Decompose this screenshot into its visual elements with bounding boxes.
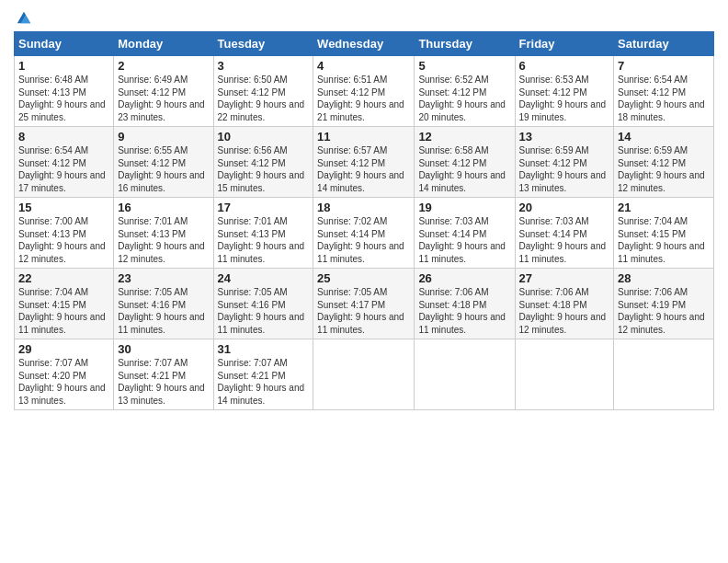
- calendar-cell: 14 Sunrise: 6:59 AMSunset: 4:12 PMDaylig…: [614, 127, 714, 198]
- day-number: 9: [118, 130, 209, 144]
- calendar-cell: [313, 339, 415, 410]
- day-content: Sunrise: 7:07 AMSunset: 4:20 PMDaylight:…: [18, 358, 106, 406]
- header-cell-thursday: Thursday: [415, 32, 515, 56]
- calendar-cell: 12 Sunrise: 6:58 AMSunset: 4:12 PMDaylig…: [415, 127, 515, 198]
- header-cell-sunday: Sunday: [15, 32, 114, 56]
- calendar-cell: 21 Sunrise: 7:04 AMSunset: 4:15 PMDaylig…: [614, 198, 714, 269]
- day-content: Sunrise: 6:59 AMSunset: 4:12 PMDaylight:…: [618, 145, 705, 193]
- day-number: 26: [418, 271, 510, 285]
- calendar-cell: 3 Sunrise: 6:50 AMSunset: 4:12 PMDayligh…: [213, 56, 313, 127]
- day-number: 11: [317, 130, 410, 144]
- calendar-body: 1 Sunrise: 6:48 AMSunset: 4:13 PMDayligh…: [15, 56, 714, 410]
- day-number: 6: [519, 59, 610, 73]
- day-number: 12: [418, 130, 510, 144]
- day-number: 29: [18, 342, 109, 356]
- week-row-3: 22 Sunrise: 7:04 AMSunset: 4:15 PMDaylig…: [15, 269, 714, 339]
- header-cell-saturday: Saturday: [614, 32, 714, 56]
- day-content: Sunrise: 6:53 AMSunset: 4:12 PMDaylight:…: [519, 75, 607, 122]
- calendar-cell: 11 Sunrise: 6:57 AMSunset: 4:12 PMDaylig…: [313, 127, 415, 198]
- day-content: Sunrise: 7:04 AMSunset: 4:15 PMDaylight:…: [618, 216, 705, 264]
- calendar-cell: [614, 339, 714, 410]
- day-number: 16: [118, 201, 209, 214]
- calendar-cell: 16 Sunrise: 7:01 AMSunset: 4:13 PMDaylig…: [114, 198, 213, 269]
- header-cell-tuesday: Tuesday: [213, 32, 313, 56]
- day-content: Sunrise: 7:07 AMSunset: 4:21 PMDaylight:…: [218, 358, 305, 406]
- calendar-cell: 24 Sunrise: 7:05 AMSunset: 4:16 PMDaylig…: [213, 269, 313, 339]
- header-row-days: SundayMondayTuesdayWednesdayThursdayFrid…: [15, 32, 714, 56]
- day-content: Sunrise: 7:06 AMSunset: 4:19 PMDaylight:…: [618, 287, 705, 335]
- day-content: Sunrise: 6:55 AMSunset: 4:12 PMDaylight:…: [118, 145, 205, 193]
- day-number: 10: [218, 130, 310, 144]
- day-content: Sunrise: 7:03 AMSunset: 4:14 PMDaylight:…: [418, 216, 506, 264]
- calendar-cell: 30 Sunrise: 7:07 AMSunset: 4:21 PMDaylig…: [114, 339, 213, 410]
- day-number: 28: [618, 271, 710, 285]
- day-number: 27: [519, 271, 610, 285]
- calendar-cell: 18 Sunrise: 7:02 AMSunset: 4:14 PMDaylig…: [313, 198, 415, 269]
- calendar-cell: 13 Sunrise: 6:59 AMSunset: 4:12 PMDaylig…: [515, 127, 614, 198]
- calendar-table: SundayMondayTuesdayWednesdayThursdayFrid…: [14, 31, 714, 410]
- day-number: 30: [118, 342, 209, 356]
- day-content: Sunrise: 6:56 AMSunset: 4:12 PMDaylight:…: [218, 145, 305, 193]
- day-number: 13: [519, 130, 610, 144]
- calendar-cell: [415, 339, 515, 410]
- week-row-4: 29 Sunrise: 7:07 AMSunset: 4:20 PMDaylig…: [15, 339, 714, 410]
- day-content: Sunrise: 6:54 AMSunset: 4:12 PMDaylight:…: [18, 145, 106, 193]
- logo: [14, 9, 32, 26]
- calendar-cell: 15 Sunrise: 7:00 AMSunset: 4:13 PMDaylig…: [15, 198, 114, 269]
- day-content: Sunrise: 7:06 AMSunset: 4:18 PMDaylight:…: [519, 287, 607, 335]
- day-number: 22: [18, 271, 109, 285]
- week-row-1: 8 Sunrise: 6:54 AMSunset: 4:12 PMDayligh…: [15, 127, 714, 198]
- calendar-cell: 7 Sunrise: 6:54 AMSunset: 4:12 PMDayligh…: [614, 56, 714, 127]
- calendar-cell: 25 Sunrise: 7:05 AMSunset: 4:17 PMDaylig…: [313, 269, 415, 339]
- calendar-cell: 10 Sunrise: 6:56 AMSunset: 4:12 PMDaylig…: [213, 127, 313, 198]
- day-number: 14: [618, 130, 710, 144]
- day-content: Sunrise: 7:01 AMSunset: 4:13 PMDaylight:…: [218, 216, 305, 264]
- header-row: [14, 9, 714, 26]
- day-number: 24: [218, 271, 310, 285]
- day-number: 19: [418, 201, 510, 214]
- calendar-cell: 23 Sunrise: 7:05 AMSunset: 4:16 PMDaylig…: [114, 269, 213, 339]
- day-content: Sunrise: 7:00 AMSunset: 4:13 PMDaylight:…: [18, 216, 106, 264]
- week-row-2: 15 Sunrise: 7:00 AMSunset: 4:13 PMDaylig…: [15, 198, 714, 269]
- day-content: Sunrise: 7:03 AMSunset: 4:14 PMDaylight:…: [519, 216, 607, 264]
- day-number: 21: [618, 201, 710, 214]
- header-cell-wednesday: Wednesday: [313, 32, 415, 56]
- calendar-cell: 26 Sunrise: 7:06 AMSunset: 4:18 PMDaylig…: [415, 269, 515, 339]
- calendar-cell: 29 Sunrise: 7:07 AMSunset: 4:20 PMDaylig…: [15, 339, 114, 410]
- header-cell-friday: Friday: [515, 32, 614, 56]
- day-content: Sunrise: 6:57 AMSunset: 4:12 PMDaylight:…: [317, 145, 404, 193]
- day-content: Sunrise: 6:51 AMSunset: 4:12 PMDaylight:…: [317, 75, 404, 122]
- calendar-cell: 19 Sunrise: 7:03 AMSunset: 4:14 PMDaylig…: [415, 198, 515, 269]
- day-content: Sunrise: 6:50 AMSunset: 4:12 PMDaylight:…: [218, 75, 305, 122]
- week-row-0: 1 Sunrise: 6:48 AMSunset: 4:13 PMDayligh…: [15, 56, 714, 127]
- calendar-cell: 2 Sunrise: 6:49 AMSunset: 4:12 PMDayligh…: [114, 56, 213, 127]
- day-number: 4: [317, 59, 410, 73]
- day-content: Sunrise: 6:48 AMSunset: 4:13 PMDaylight:…: [18, 75, 106, 122]
- day-content: Sunrise: 6:54 AMSunset: 4:12 PMDaylight:…: [618, 75, 705, 122]
- day-number: 31: [218, 342, 310, 356]
- calendar-cell: 31 Sunrise: 7:07 AMSunset: 4:21 PMDaylig…: [213, 339, 313, 410]
- calendar-cell: 9 Sunrise: 6:55 AMSunset: 4:12 PMDayligh…: [114, 127, 213, 198]
- day-number: 7: [618, 59, 710, 73]
- calendar-cell: 17 Sunrise: 7:01 AMSunset: 4:13 PMDaylig…: [213, 198, 313, 269]
- day-number: 5: [418, 59, 510, 73]
- calendar-cell: 27 Sunrise: 7:06 AMSunset: 4:18 PMDaylig…: [515, 269, 614, 339]
- day-content: Sunrise: 7:02 AMSunset: 4:14 PMDaylight:…: [317, 216, 404, 264]
- day-content: Sunrise: 6:49 AMSunset: 4:12 PMDaylight:…: [118, 75, 205, 122]
- day-number: 1: [18, 59, 109, 73]
- logo-icon: [16, 9, 32, 26]
- day-number: 23: [118, 271, 209, 285]
- day-number: 25: [317, 271, 410, 285]
- calendar-container: SundayMondayTuesdayWednesdayThursdayFrid…: [0, 0, 728, 419]
- day-number: 20: [519, 201, 610, 214]
- calendar-cell: 1 Sunrise: 6:48 AMSunset: 4:13 PMDayligh…: [15, 56, 114, 127]
- day-number: 17: [218, 201, 310, 214]
- day-number: 8: [18, 130, 109, 144]
- day-content: Sunrise: 7:05 AMSunset: 4:16 PMDaylight:…: [118, 287, 205, 335]
- calendar-cell: 8 Sunrise: 6:54 AMSunset: 4:12 PMDayligh…: [15, 127, 114, 198]
- calendar-cell: 4 Sunrise: 6:51 AMSunset: 4:12 PMDayligh…: [313, 56, 415, 127]
- day-content: Sunrise: 7:01 AMSunset: 4:13 PMDaylight:…: [118, 216, 205, 264]
- day-content: Sunrise: 6:59 AMSunset: 4:12 PMDaylight:…: [519, 145, 607, 193]
- header-cell-monday: Monday: [114, 32, 213, 56]
- calendar-cell: 28 Sunrise: 7:06 AMSunset: 4:19 PMDaylig…: [614, 269, 714, 339]
